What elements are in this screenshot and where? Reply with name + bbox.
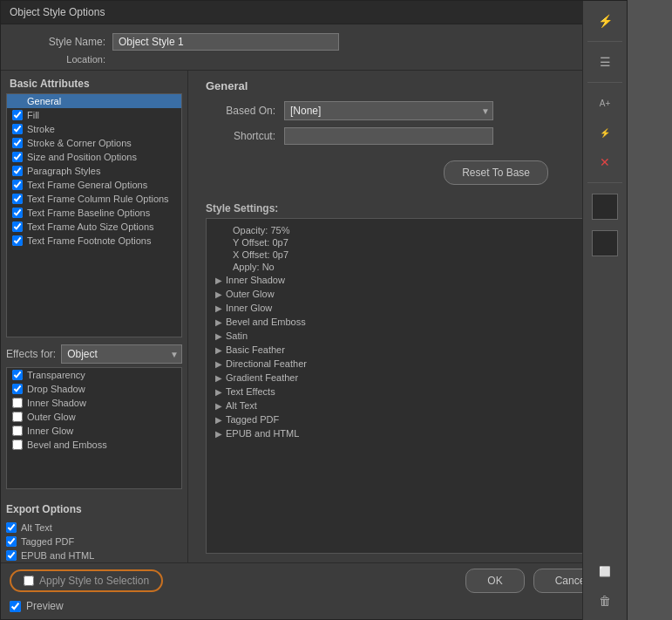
dialog-title: Object Style Options [10, 6, 105, 18]
lightning-icon[interactable]: ⚡ [592, 10, 618, 32]
chevron-icon: ▶ [215, 401, 222, 411]
apply-style-area: Apply Style to Selection [10, 569, 163, 592]
attr-item[interactable]: Size and Position Options [7, 150, 181, 164]
style-group[interactable]: ▶Gradient Feather [215, 371, 608, 385]
based-on-label: Based On: [206, 105, 275, 117]
chevron-icon: ▶ [215, 317, 222, 327]
shortcut-input[interactable] [284, 127, 493, 145]
attr-checkbox[interactable] [12, 180, 23, 190]
attr-item[interactable]: Text Frame Footnote Options [7, 234, 181, 248]
attr-checkbox[interactable] [12, 124, 23, 134]
basic-attrs-title: Basic Attributes [1, 71, 187, 93]
attr-checkbox[interactable] [12, 208, 23, 218]
attr-label: Stroke [27, 124, 55, 134]
attr-item[interactable]: Text Frame Baseline Options [7, 206, 181, 220]
attr-item[interactable]: Stroke [7, 122, 181, 136]
effect-checkbox[interactable] [12, 398, 23, 408]
effect-checkbox[interactable] [12, 426, 23, 436]
style-group[interactable]: ▶EPUB and HTML [215, 426, 608, 440]
attr-checkbox[interactable] [12, 152, 23, 162]
export-item[interactable]: Alt Text [6, 521, 182, 535]
attr-label: Text Frame Footnote Options [27, 235, 151, 246]
effect-label: Inner Glow [27, 426, 73, 436]
panel-icon-1[interactable]: A+ [592, 92, 618, 114]
attr-item[interactable]: Fill [7, 108, 181, 122]
style-group-label: Bevel and Emboss [226, 317, 306, 327]
attr-checkbox[interactable] [12, 166, 23, 176]
attr-checkbox[interactable] [12, 110, 23, 120]
menu-icon[interactable]: ☰ [592, 51, 618, 73]
effect-item[interactable]: Inner Shadow [7, 396, 181, 410]
attr-item[interactable]: Text Frame Auto Size Options [7, 220, 181, 234]
style-group[interactable]: ▶Text Effects [215, 385, 608, 399]
attr-checkbox[interactable] [12, 235, 23, 246]
style-group[interactable]: ▶Satin [215, 329, 608, 343]
style-group[interactable]: ▶Outer Glow [215, 287, 608, 301]
export-item[interactable]: Tagged PDF [6, 535, 182, 548]
attr-label: Stroke & Corner Options [27, 138, 132, 148]
preview-checkbox[interactable] [10, 601, 21, 612]
effect-checkbox[interactable] [12, 439, 23, 450]
side-box-2 [592, 230, 618, 256]
style-group[interactable]: ▶Tagged PDF [215, 412, 608, 426]
chevron-icon: ▶ [215, 415, 222, 425]
attr-item[interactable]: Text Frame General Options [7, 178, 181, 192]
side-separator-2 [587, 82, 622, 83]
effect-item[interactable]: Drop Shadow [7, 382, 181, 396]
export-checkbox[interactable] [6, 536, 17, 547]
attr-item[interactable]: Stroke & Corner Options [7, 136, 181, 150]
bottom-footer: Apply Style to Selection OK Cancel [1, 562, 627, 600]
style-group-label: Satin [226, 330, 248, 341]
export-checkbox[interactable] [6, 522, 17, 533]
effects-list[interactable]: TransparencyDrop ShadowInner ShadowOuter… [6, 367, 182, 489]
main-content: Basic Attributes GeneralFillStrokeStroke… [1, 71, 627, 562]
attr-label: Text Frame Column Rule Options [27, 194, 169, 204]
attr-checkbox[interactable] [12, 221, 23, 232]
general-section: General Based On: [None] ▼ Shortcut: Res [188, 71, 627, 202]
style-group[interactable]: ▶Alt Text [215, 399, 608, 412]
attr-label: General [27, 96, 61, 106]
attr-checkbox[interactable] [12, 138, 23, 148]
effect-item[interactable]: Inner Glow [7, 424, 181, 438]
general-title: General [206, 79, 609, 92]
reset-to-base-button[interactable]: Reset To Base [444, 160, 548, 185]
side-bottom-icon-1[interactable]: ⬜ [592, 560, 618, 583]
chevron-icon: ▶ [215, 387, 222, 397]
export-checkbox[interactable] [6, 550, 17, 561]
style-settings-label: Style Settings: [206, 202, 618, 215]
apply-style-label: Apply Style to Selection [39, 575, 149, 587]
style-prop: Opacity: 75% [215, 224, 608, 236]
side-bottom-icon-2[interactable]: 🗑 [592, 589, 618, 612]
style-name-input[interactable] [112, 33, 339, 51]
effect-checkbox[interactable] [12, 384, 23, 394]
export-item[interactable]: EPUB and HTML [6, 548, 182, 562]
location-label: Location: [18, 54, 105, 65]
style-group[interactable]: ▶Bevel and Emboss [215, 315, 608, 329]
style-group[interactable]: ▶Basic Feather [215, 343, 608, 357]
attr-checkbox[interactable] [12, 194, 23, 204]
style-prop: Apply: No [215, 261, 608, 273]
panel-icon-2[interactable]: ⚡ [592, 121, 618, 144]
close-icon[interactable]: ✕ [592, 151, 618, 174]
style-name-label: Style Name: [18, 36, 105, 48]
effect-checkbox[interactable] [12, 370, 23, 380]
right-side-icons: ⚡ ☰ A+ ⚡ ✕ ⬜ 🗑 [582, 1, 627, 620]
ok-button[interactable]: OK [465, 569, 524, 593]
style-group-label: EPUB and HTML [226, 428, 299, 439]
style-group[interactable]: ▶Inner Glow [215, 301, 608, 315]
attr-item[interactable]: Paragraph Styles [7, 164, 181, 178]
attr-item[interactable]: General [7, 94, 181, 108]
effects-for-select[interactable]: Object [61, 344, 182, 364]
style-group[interactable]: ▶Inner Shadow [215, 273, 608, 287]
based-on-select[interactable]: [None] [284, 101, 493, 120]
attr-item[interactable]: Text Frame Column Rule Options [7, 192, 181, 206]
style-group-label: Alt Text [226, 400, 257, 411]
style-group[interactable]: ▶Directional Feather [215, 357, 608, 371]
chevron-icon: ▶ [215, 290, 222, 299]
effect-item[interactable]: Bevel and Emboss [7, 438, 181, 452]
basic-attrs-list[interactable]: GeneralFillStrokeStroke & Corner Options… [6, 93, 182, 337]
effect-item[interactable]: Outer Glow [7, 410, 181, 424]
apply-style-checkbox[interactable] [24, 576, 34, 586]
effect-item[interactable]: Transparency [7, 368, 181, 382]
effect-checkbox[interactable] [12, 412, 23, 422]
